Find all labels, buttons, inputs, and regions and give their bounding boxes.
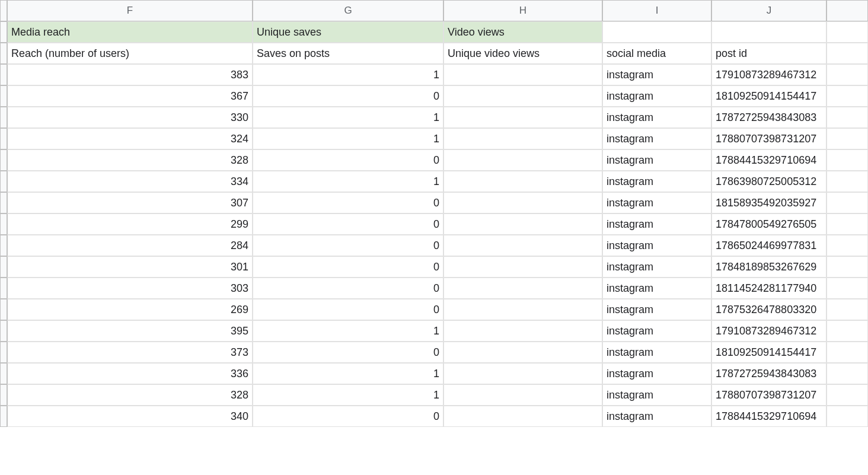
data-cell-H[interactable] xyxy=(443,171,602,192)
data-cell-G[interactable]: 1 xyxy=(253,171,443,192)
data-cell-G[interactable]: 1 xyxy=(253,64,443,85)
data-cell-blank[interactable] xyxy=(826,299,868,320)
data-cell-F[interactable]: 328 xyxy=(7,149,253,171)
column-header-G[interactable]: G xyxy=(253,0,443,21)
data-cell-I[interactable]: instagram xyxy=(602,363,711,384)
data-cell-blank[interactable] xyxy=(826,363,868,384)
data-cell-F[interactable]: 336 xyxy=(7,363,253,384)
row-stub[interactable] xyxy=(0,213,7,235)
data-cell-J[interactable]: 18158935492035927 xyxy=(711,192,826,213)
header1-cell-blank[interactable] xyxy=(826,21,868,43)
row-stub[interactable] xyxy=(0,256,7,278)
row-stub[interactable] xyxy=(0,299,7,320)
data-cell-J[interactable]: 17875326478803320 xyxy=(711,299,826,320)
data-cell-F[interactable]: 307 xyxy=(7,192,253,213)
data-cell-J[interactable]: 17872725943843083 xyxy=(711,107,826,128)
data-cell-F[interactable]: 269 xyxy=(7,299,253,320)
data-cell-blank[interactable] xyxy=(826,256,868,278)
row-stub[interactable] xyxy=(0,384,7,406)
row-stub[interactable] xyxy=(0,21,7,43)
data-cell-H[interactable] xyxy=(443,107,602,128)
data-cell-F[interactable]: 334 xyxy=(7,171,253,192)
data-cell-H[interactable] xyxy=(443,235,602,256)
data-cell-G[interactable]: 1 xyxy=(253,320,443,342)
data-cell-F[interactable]: 395 xyxy=(7,320,253,342)
data-cell-G[interactable]: 0 xyxy=(253,278,443,299)
data-cell-F[interactable]: 301 xyxy=(7,256,253,278)
data-cell-J[interactable]: 17872725943843083 xyxy=(711,363,826,384)
data-cell-I[interactable]: instagram xyxy=(602,384,711,406)
data-cell-F[interactable]: 299 xyxy=(7,213,253,235)
data-cell-I[interactable]: instagram xyxy=(602,171,711,192)
data-cell-blank[interactable] xyxy=(826,64,868,85)
data-cell-blank[interactable] xyxy=(826,278,868,299)
data-cell-H[interactable] xyxy=(443,299,602,320)
data-cell-I[interactable]: instagram xyxy=(602,128,711,149)
data-cell-J[interactable]: 17884415329710694 xyxy=(711,406,826,427)
data-cell-blank[interactable] xyxy=(826,342,868,363)
data-cell-I[interactable]: instagram xyxy=(602,256,711,278)
row-stub[interactable] xyxy=(0,107,7,128)
header1-cell-F[interactable]: Media reach xyxy=(7,21,253,43)
data-cell-I[interactable]: instagram xyxy=(602,342,711,363)
data-cell-G[interactable]: 0 xyxy=(253,256,443,278)
column-header-F[interactable]: F xyxy=(7,0,253,21)
column-header-I[interactable]: I xyxy=(602,0,711,21)
data-cell-I[interactable]: instagram xyxy=(602,235,711,256)
data-cell-F[interactable]: 340 xyxy=(7,406,253,427)
header2-cell-blank[interactable] xyxy=(826,43,868,64)
data-cell-G[interactable]: 0 xyxy=(253,85,443,107)
data-cell-blank[interactable] xyxy=(826,384,868,406)
data-cell-F[interactable]: 330 xyxy=(7,107,253,128)
header1-cell-G[interactable]: Unique saves xyxy=(253,21,443,43)
row-stub[interactable] xyxy=(0,171,7,192)
header2-cell-H[interactable]: Unique video views xyxy=(443,43,602,64)
header2-cell-I[interactable]: social media xyxy=(602,43,711,64)
data-cell-I[interactable]: instagram xyxy=(602,278,711,299)
data-cell-J[interactable]: 18114524281177940 xyxy=(711,278,826,299)
data-cell-blank[interactable] xyxy=(826,107,868,128)
data-cell-blank[interactable] xyxy=(826,192,868,213)
column-header-H[interactable]: H xyxy=(443,0,602,21)
data-cell-J[interactable]: 17910873289467312 xyxy=(711,64,826,85)
header2-cell-J[interactable]: post id xyxy=(711,43,826,64)
data-cell-blank[interactable] xyxy=(826,213,868,235)
data-cell-I[interactable]: instagram xyxy=(602,107,711,128)
data-cell-H[interactable] xyxy=(443,363,602,384)
data-cell-I[interactable]: instagram xyxy=(602,320,711,342)
data-cell-blank[interactable] xyxy=(826,235,868,256)
data-cell-G[interactable]: 1 xyxy=(253,384,443,406)
data-cell-G[interactable]: 0 xyxy=(253,192,443,213)
row-stub[interactable] xyxy=(0,363,7,384)
data-cell-F[interactable]: 383 xyxy=(7,64,253,85)
row-stub[interactable] xyxy=(0,128,7,149)
data-cell-G[interactable]: 1 xyxy=(253,363,443,384)
data-cell-J[interactable]: 17848189853267629 xyxy=(711,256,826,278)
data-cell-J[interactable]: 17880707398731207 xyxy=(711,128,826,149)
data-cell-G[interactable]: 1 xyxy=(253,107,443,128)
data-cell-blank[interactable] xyxy=(826,128,868,149)
data-cell-J[interactable]: 18109250914154417 xyxy=(711,85,826,107)
header1-cell-J[interactable] xyxy=(711,21,826,43)
data-cell-H[interactable] xyxy=(443,128,602,149)
row-stub[interactable] xyxy=(0,235,7,256)
data-cell-blank[interactable] xyxy=(826,406,868,427)
data-cell-G[interactable]: 1 xyxy=(253,128,443,149)
data-cell-H[interactable] xyxy=(443,149,602,171)
header1-cell-H[interactable]: Video views xyxy=(443,21,602,43)
data-cell-I[interactable]: instagram xyxy=(602,149,711,171)
data-cell-blank[interactable] xyxy=(826,149,868,171)
header1-cell-I[interactable] xyxy=(602,21,711,43)
data-cell-J[interactable]: 17865024469977831 xyxy=(711,235,826,256)
data-cell-I[interactable]: instagram xyxy=(602,213,711,235)
data-cell-H[interactable] xyxy=(443,384,602,406)
data-cell-J[interactable]: 17880707398731207 xyxy=(711,384,826,406)
data-cell-J[interactable]: 17884415329710694 xyxy=(711,149,826,171)
data-cell-F[interactable]: 367 xyxy=(7,85,253,107)
data-cell-F[interactable]: 373 xyxy=(7,342,253,363)
row-stub[interactable] xyxy=(0,64,7,85)
row-stub[interactable] xyxy=(0,43,7,64)
data-cell-H[interactable] xyxy=(443,320,602,342)
column-header-J[interactable]: J xyxy=(711,0,826,21)
data-cell-I[interactable]: instagram xyxy=(602,192,711,213)
